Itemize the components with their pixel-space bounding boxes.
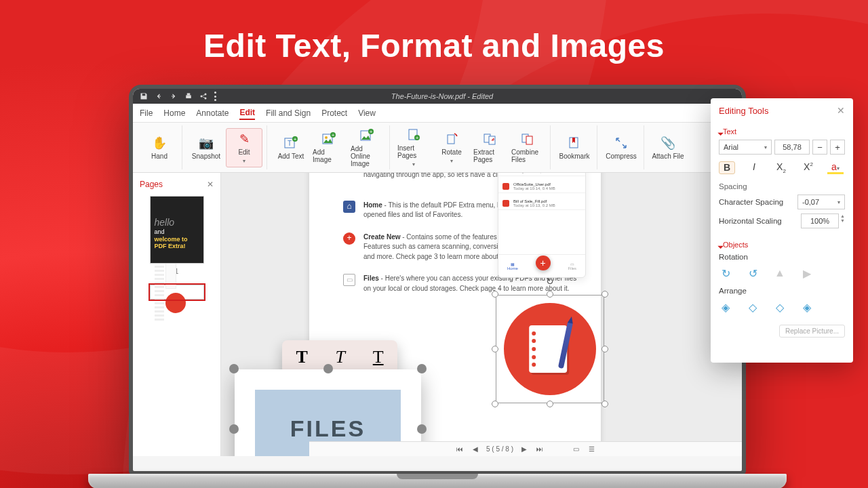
files-label: FILES: [290, 415, 366, 442]
add-online-image-button[interactable]: +Add Online Image: [349, 125, 385, 171]
section-text[interactable]: Text: [719, 127, 845, 136]
page-indicator: 5 ( 5 / 8 ): [486, 445, 513, 453]
redo-icon[interactable]: [170, 92, 178, 100]
resize-handle[interactable]: [492, 346, 498, 352]
rotate-handle-icon[interactable]: ↻: [546, 276, 554, 287]
svg-rect-19: [448, 135, 454, 144]
resize-handle[interactable]: [601, 291, 608, 298]
stepper-down[interactable]: ▼: [840, 218, 845, 223]
edit-button[interactable]: ✎Edit▾: [226, 128, 262, 167]
ribbon: ✋Hand 📷Snapshot ✎Edit▾ T+Add Text +Add I…: [133, 123, 742, 173]
rotate-button[interactable]: Rotate▾: [433, 128, 470, 167]
snapshot-button[interactable]: 📷Snapshot: [188, 132, 224, 163]
italic-button[interactable]: I: [746, 161, 762, 174]
editing-tools-panel: Editing Tools ✕ Text Arial▾ 58,78 − + B …: [711, 98, 853, 363]
close-icon[interactable]: ✕: [207, 180, 214, 189]
print-icon[interactable]: [184, 92, 193, 100]
font-size-input[interactable]: 58,78: [774, 140, 810, 155]
menu-bar: File Home Annotate Edit Fill and Sign Pr…: [133, 104, 742, 123]
pencil-icon: ✎: [237, 131, 252, 146]
view-mode-button[interactable]: ☰: [587, 445, 596, 453]
resize-handle[interactable]: [492, 401, 498, 407]
prev-page-button[interactable]: ◀: [471, 445, 479, 453]
resize-handle[interactable]: [229, 424, 239, 434]
char-spacing-input[interactable]: -0,07▾: [797, 195, 845, 209]
bring-forward-icon[interactable]: ◇: [746, 300, 760, 314]
view-mode-button[interactable]: ▭: [572, 445, 580, 453]
stepper-up[interactable]: ▲: [840, 214, 845, 218]
send-back-icon[interactable]: ◈: [800, 300, 814, 314]
menu-home[interactable]: Home: [163, 107, 185, 119]
menu-view[interactable]: View: [358, 107, 376, 119]
font-color-button[interactable]: a▾: [827, 161, 844, 174]
selected-image[interactable]: ↻: [496, 295, 604, 403]
bold-button[interactable]: B: [719, 161, 735, 174]
save-icon[interactable]: [140, 92, 148, 100]
send-backward-icon[interactable]: ◇: [773, 300, 787, 314]
undo-icon[interactable]: [155, 92, 163, 100]
flip-vertical-icon[interactable]: ▶: [800, 266, 814, 280]
page-thumbnail[interactable]: helloandwelcome toPDF Extra!: [150, 196, 204, 264]
resize-handle[interactable]: [417, 424, 427, 434]
flip-horizontal-icon[interactable]: ▲: [773, 266, 787, 280]
phone-tab-home: ▦Home: [507, 262, 518, 270]
document-canvas[interactable]: navigating through the app, so let's hav…: [221, 173, 742, 456]
superscript-button[interactable]: X2: [800, 161, 816, 174]
close-icon[interactable]: ✕: [837, 105, 845, 116]
font-family-select[interactable]: Arial▾: [719, 140, 772, 155]
resize-handle[interactable]: [323, 364, 333, 373]
pages-panel-title: Pages: [140, 180, 163, 189]
page-thumbnail[interactable]: [150, 285, 204, 300]
resize-handle[interactable]: [547, 291, 553, 298]
svg-rect-0: [186, 96, 191, 99]
replace-picture-button[interactable]: Replace Picture...: [779, 325, 845, 338]
increase-size-button[interactable]: +: [830, 140, 845, 155]
add-text-button[interactable]: T+Add Text: [273, 132, 309, 163]
compress-button[interactable]: Compress: [603, 132, 639, 163]
resize-handle[interactable]: [601, 401, 608, 407]
share-icon[interactable]: [199, 92, 208, 100]
first-page-button[interactable]: ⏮: [455, 445, 465, 453]
rotate-ccw-icon[interactable]: ↺: [746, 266, 760, 280]
menu-file[interactable]: File: [140, 107, 153, 119]
italic-icon[interactable]: T: [335, 347, 344, 367]
attach-file-button[interactable]: 📎Attach File: [650, 132, 686, 163]
rotate-cw-icon[interactable]: ↻: [719, 266, 732, 280]
resize-handle[interactable]: [601, 346, 608, 352]
bookmark-icon: [567, 136, 582, 150]
last-page-button[interactable]: ⏭: [535, 445, 545, 453]
extract-pages-button[interactable]: Extract Pages: [471, 128, 508, 167]
hand-tool-button[interactable]: ✋Hand: [141, 132, 178, 163]
menu-fill-sign[interactable]: Fill and Sign: [266, 107, 311, 119]
phone-fab: +: [536, 256, 551, 270]
bold-icon[interactable]: T: [296, 347, 307, 367]
subscript-button[interactable]: X2: [773, 161, 789, 174]
window-titlebar: The-Future-is-Now.pdf - Edited: [133, 89, 742, 104]
bring-front-icon[interactable]: ◈: [719, 300, 732, 314]
resize-handle[interactable]: [492, 291, 498, 298]
section-objects[interactable]: Objects: [719, 241, 845, 249]
extract-pages-icon: [482, 131, 497, 146]
menu-annotate[interactable]: Annotate: [196, 107, 229, 119]
hscale-input[interactable]: 100%: [801, 214, 839, 228]
resize-handle[interactable]: [229, 364, 239, 373]
svg-text:T: T: [288, 140, 292, 147]
resize-handle[interactable]: [417, 364, 427, 373]
menu-protect[interactable]: Protect: [321, 107, 347, 119]
decrease-size-button[interactable]: −: [812, 140, 827, 155]
menu-edit[interactable]: Edit: [239, 106, 255, 120]
paperclip-icon: 📎: [660, 136, 675, 150]
resize-handle[interactable]: [547, 401, 553, 407]
arrange-label: Arrange: [719, 287, 845, 295]
bookmark-button[interactable]: Bookmark: [556, 132, 593, 163]
insert-pages-button[interactable]: +Insert Pages▾: [395, 124, 432, 171]
add-image-button[interactable]: +Add Image: [311, 128, 347, 167]
underline-icon[interactable]: T: [373, 347, 384, 367]
laptop-frame: The-Future-is-Now.pdf - Edited File Home…: [115, 85, 760, 488]
char-spacing-label: Character Spacing: [719, 198, 783, 206]
next-page-button[interactable]: ▶: [520, 445, 528, 453]
combine-files-button[interactable]: Combine Files: [509, 128, 546, 167]
svg-text:+: +: [332, 132, 335, 138]
svg-point-2: [201, 96, 203, 98]
more-icon[interactable]: [214, 92, 217, 101]
